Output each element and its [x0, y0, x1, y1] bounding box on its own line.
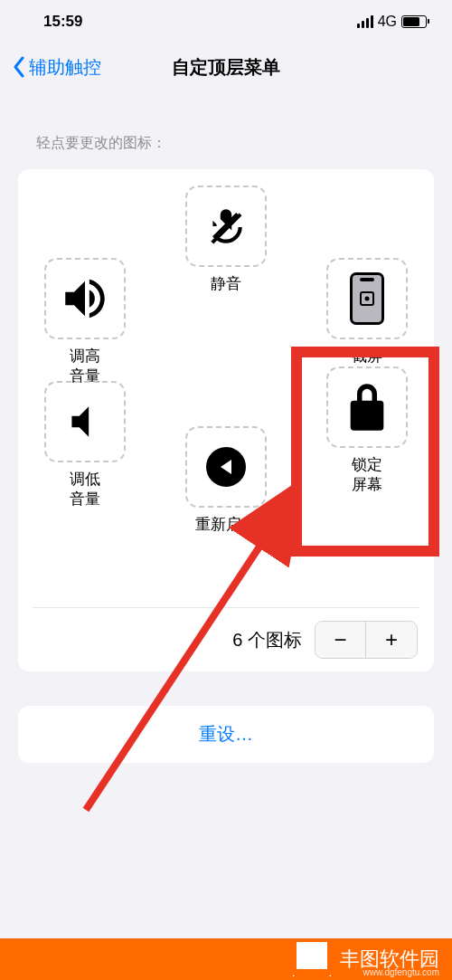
- signal-icon: [357, 15, 373, 28]
- icon-slot-volume-up[interactable]: 调高 音量: [31, 258, 139, 386]
- back-button[interactable]: 辅助触控: [13, 55, 101, 80]
- volume-down-icon: [62, 399, 108, 444]
- icon-grid: 静音 调高 音量 截屏 调低 音量: [18, 186, 434, 598]
- icon-slot-volume-down[interactable]: 调低 音量: [31, 381, 139, 509]
- back-label: 辅助触控: [29, 55, 101, 80]
- page-title: 自定顶层菜单: [172, 55, 280, 80]
- icon-label: 截屏: [352, 347, 382, 366]
- icon-label: 静音: [211, 274, 241, 294]
- network-label: 4G: [378, 14, 397, 30]
- icon-label: 重新启动: [195, 515, 257, 535]
- status-bar: 15:59 4G: [0, 0, 452, 43]
- screenshot-icon: [350, 272, 384, 325]
- reset-label: 重设…: [199, 724, 253, 744]
- reset-button[interactable]: 重设…: [18, 706, 434, 763]
- volume-up-icon: [59, 272, 111, 325]
- status-time: 15:59: [43, 13, 82, 31]
- lock-icon: [347, 384, 387, 431]
- watermark-domain: www.dgfengtu.com: [363, 967, 440, 977]
- icon-slot-restart[interactable]: 重新启动: [172, 426, 280, 535]
- watermark-logo-icon: [293, 942, 331, 976]
- stepper-minus-button[interactable]: −: [315, 622, 366, 658]
- chevron-left-icon: [13, 56, 25, 78]
- navigation-bar: 辅助触控 自定顶层菜单: [0, 43, 452, 90]
- icon-slot-screenshot[interactable]: 截屏: [313, 258, 421, 366]
- icon-slot-mute[interactable]: 静音: [172, 186, 280, 294]
- icon-editor-card: 静音 调高 音量 截屏 调低 音量: [18, 169, 434, 671]
- icon-slot-lock-screen[interactable]: 锁定 屏幕: [313, 366, 421, 495]
- battery-icon: [401, 15, 427, 28]
- mute-icon: [203, 204, 249, 249]
- icon-count-row: 6 个图标 − +: [18, 608, 434, 671]
- status-indicators: 4G: [357, 14, 427, 30]
- watermark: 丰图软件园 www.dgfengtu.com: [0, 938, 452, 980]
- restart-icon: [204, 445, 248, 489]
- icon-label: 锁定 屏幕: [352, 455, 382, 495]
- icon-label: 调低 音量: [70, 470, 100, 509]
- icon-count-stepper: − +: [315, 621, 418, 659]
- stepper-label: 6 个图标: [232, 628, 302, 652]
- section-hint: 轻点要更改的图标：: [36, 134, 434, 153]
- stepper-plus-button[interactable]: +: [366, 622, 417, 658]
